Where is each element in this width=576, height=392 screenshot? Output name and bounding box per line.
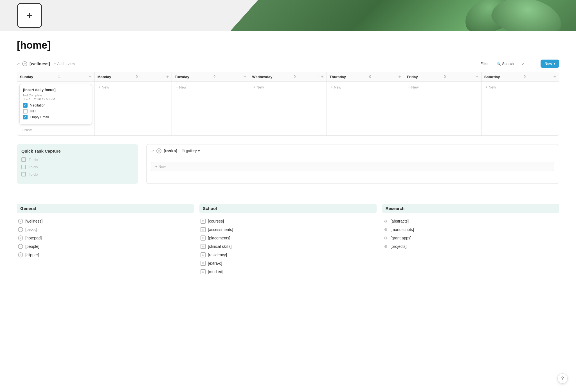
sunday-card[interactable]: [insert daily focus] Not Complete Jun 15… <box>19 84 92 124</box>
thursday-header: Thursday 0 ··· + <box>327 72 404 82</box>
friday-body: + New <box>404 82 481 93</box>
general-link-tasks[interactable]: ↗ [tasks] <box>17 225 194 234</box>
clinical-skills-link-label: [clinical skills] <box>208 244 231 249</box>
gallery-label: gallery <box>186 149 197 153</box>
saturday-count: 0 <box>524 75 526 79</box>
saturday-more-icon[interactable]: ··· <box>550 75 552 79</box>
divider <box>17 195 559 195</box>
research-title: Research <box>382 204 559 213</box>
thursday-add-icon[interactable]: + <box>398 74 401 79</box>
extra-c-link-label: [extra-c] <box>208 261 222 266</box>
courses-link-label: [courses] <box>208 219 224 223</box>
monday-add-new[interactable]: + New <box>97 84 169 90</box>
more-options-button[interactable]: ··· <box>530 60 538 67</box>
friday-add-new[interactable]: + New <box>406 84 479 90</box>
tuesday-add-new[interactable]: + New <box>174 84 247 90</box>
email-checkbox[interactable] <box>23 115 28 119</box>
add-new-button[interactable]: + <box>17 3 42 28</box>
tuesday-add-icon[interactable]: + <box>244 74 246 79</box>
wellness-add-view-button[interactable]: + Add a view <box>52 61 77 67</box>
clipper-link-label: [clipper] <box>25 253 39 257</box>
wellness-title-link[interactable]: [wellness] <box>30 61 50 66</box>
med-ed-link-label: [med ed] <box>208 269 223 274</box>
research-link-manuscripts[interactable]: ⚙ [manuscripts] <box>382 225 559 234</box>
research-link-grant-apps[interactable]: ⚙ [grant apps] <box>382 234 559 242</box>
courses-link-icon: ⊞ <box>201 219 206 224</box>
people-link-icon: ↗ <box>18 244 23 249</box>
wellness-new-button[interactable]: New ▾ <box>541 60 559 68</box>
tuesday-count: 0 <box>213 75 215 79</box>
research-link-abstracts[interactable]: ⚙ [abstracts] <box>382 217 559 225</box>
tasks-rotate-icon[interactable]: ↻ <box>156 148 161 153</box>
wednesday-more-icon[interactable]: ··· <box>317 75 320 79</box>
sunday-add-icon[interactable]: + <box>89 74 91 79</box>
school-link-clinical-skills[interactable]: ⊞ [clinical skills] <box>199 242 376 251</box>
wednesday-add-icon[interactable]: + <box>321 74 323 79</box>
school-section: School ⊞ [courses] ⊞ [assessments] ⊞ [pl… <box>199 204 376 276</box>
med-ed-link-icon: ⊞ <box>201 269 206 274</box>
search-label: Search <box>502 62 514 66</box>
school-link-med-ed[interactable]: ⊞ [med ed] <box>199 268 376 276</box>
todo-checkbox-3[interactable] <box>21 172 26 176</box>
filter-button[interactable]: Filter <box>478 60 491 67</box>
saturday-add-icon[interactable]: + <box>554 74 556 79</box>
tasks-title-link[interactable]: [tasks] <box>164 148 177 153</box>
sunday-more-icon[interactable]: ··· <box>85 75 88 79</box>
search-button[interactable]: 🔍 Search <box>494 60 516 67</box>
wellness-expand-icon[interactable]: ↗ <box>17 62 20 66</box>
leaf-decoration-2 <box>489 0 565 31</box>
friday-add-icon[interactable]: + <box>476 74 478 79</box>
todo-checkbox-1[interactable] <box>21 157 26 162</box>
quick-task-title: Quick Task Capture <box>21 149 133 153</box>
meditation-label: Meditation <box>30 103 45 107</box>
school-link-assessments[interactable]: ⊞ [assessments] <box>199 225 376 234</box>
calendar-friday: Friday 0 ··· + + New <box>404 72 482 135</box>
monday-count: 0 <box>136 75 138 79</box>
school-link-courses[interactable]: ⊞ [courses] <box>199 217 376 225</box>
calendar-thursday: Thursday 0 ··· + + New <box>327 72 404 135</box>
wednesday-add-new[interactable]: + New <box>251 84 324 90</box>
thursday-add-new[interactable]: + New <box>329 84 402 90</box>
wellness-section-header: ↗ ↻ [wellness] + Add a view Filter 🔍 Sea… <box>17 60 559 68</box>
calendar-saturday: Saturday 0 ··· + + New <box>482 72 559 135</box>
school-link-placements[interactable]: ⊞ [placements] <box>199 234 376 242</box>
saturday-add-new[interactable]: + New <box>484 84 557 90</box>
friday-more-icon[interactable]: ··· <box>472 75 474 79</box>
general-link-notepad[interactable]: ↗ [notepad] <box>17 234 194 242</box>
todo-checkbox-2[interactable] <box>21 165 26 169</box>
card-date: Jun 15, 2020 12:58 PM <box>23 98 88 101</box>
school-link-extra-c[interactable]: ⊞ [extra-c] <box>199 259 376 268</box>
monday-body: + New <box>94 82 172 93</box>
wellness-rotate-icon[interactable]: ↻ <box>22 61 27 66</box>
thursday-label: Thursday <box>330 75 346 79</box>
hiit-checkbox[interactable] <box>23 109 28 114</box>
research-link-projects[interactable]: ⚙ [projects] <box>382 242 559 251</box>
meditation-checkbox[interactable] <box>23 103 28 108</box>
calendar-grid: Sunday 1 ··· + [insert daily focus] Not … <box>17 72 559 136</box>
tasks-link-icon: ↗ <box>18 227 23 232</box>
thursday-body: + New <box>327 82 404 93</box>
add-new-plus-icon: + <box>21 128 23 132</box>
notepad-link-icon: ↗ <box>18 235 23 241</box>
school-link-residency[interactable]: ⊞ [residency] <box>199 251 376 259</box>
general-link-clipper[interactable]: ↗ [clipper] <box>17 251 194 259</box>
todo-label-2: To-do <box>29 165 38 169</box>
tuesday-more-icon[interactable]: ··· <box>240 75 242 79</box>
tasks-body: + New <box>147 157 559 176</box>
general-link-people[interactable]: ↗ [people] <box>17 242 194 251</box>
monday-add-icon[interactable]: + <box>166 74 169 79</box>
expand-button[interactable]: ↗ <box>519 60 527 67</box>
tasks-expand-icon[interactable]: ↗ <box>151 149 154 153</box>
tasks-new-button[interactable]: + New <box>151 162 554 171</box>
gallery-view-button[interactable]: ⊞ gallery ▾ <box>179 148 202 154</box>
header-banner: + <box>0 0 576 31</box>
residency-link-icon: ⊞ <box>201 252 206 257</box>
wednesday-count: 0 <box>294 75 296 79</box>
friday-actions: ··· + <box>472 74 478 79</box>
sunday-body: [insert daily focus] Not Complete Jun 15… <box>17 82 94 135</box>
thursday-more-icon[interactable]: ··· <box>394 75 397 79</box>
sunday-add-new[interactable]: + New <box>19 127 92 133</box>
general-link-wellness[interactable]: ↗ [wellness] <box>17 217 194 225</box>
monday-more-icon[interactable]: ··· <box>162 75 165 79</box>
wellness-header-right: Filter 🔍 Search ↗ ··· New ▾ <box>478 60 559 68</box>
